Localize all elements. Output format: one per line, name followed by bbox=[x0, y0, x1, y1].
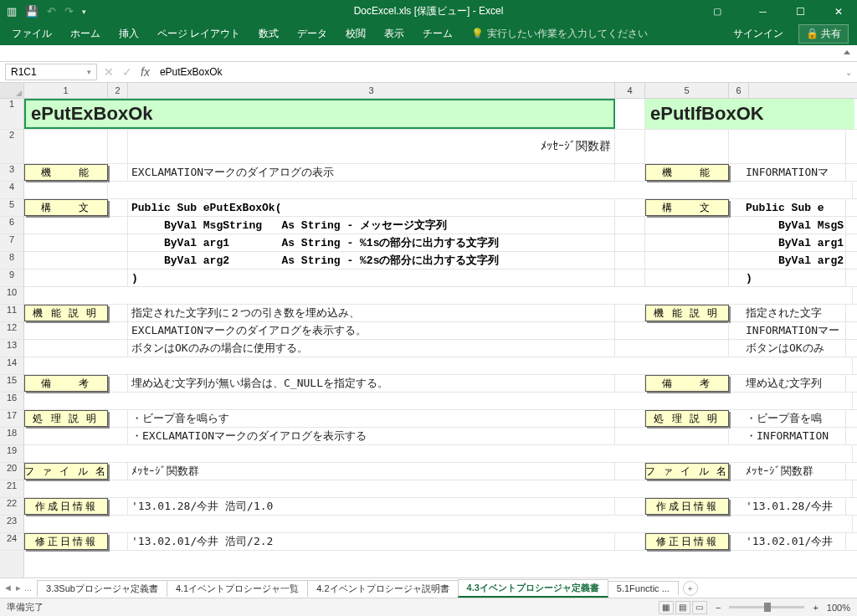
row-header[interactable]: 19 bbox=[0, 445, 23, 463]
row-header[interactable]: 6 bbox=[0, 217, 23, 234]
badge-sakusei[interactable]: 作成日情報 bbox=[645, 498, 729, 515]
col-header[interactable]: 4 bbox=[615, 83, 645, 98]
badge-setsumei[interactable]: 機 能 説 明 bbox=[645, 305, 729, 321]
cell[interactable] bbox=[24, 252, 128, 269]
cell[interactable] bbox=[108, 463, 128, 480]
cell[interactable] bbox=[645, 234, 729, 251]
col-header[interactable]: 1 bbox=[24, 83, 108, 98]
sheet-tab[interactable]: 4.2イベントプロシージャ説明書 bbox=[307, 580, 458, 597]
cell[interactable] bbox=[24, 217, 128, 234]
cell[interactable] bbox=[108, 410, 128, 427]
badge-bikou[interactable]: 備 考 bbox=[645, 375, 729, 392]
badge-shori[interactable]: 処 理 説 明 bbox=[645, 410, 729, 427]
cell[interactable]: ByVal arg2 As String - %2sの部分に出力する文字列 bbox=[128, 252, 615, 269]
cell[interactable] bbox=[24, 287, 853, 304]
cell[interactable] bbox=[24, 130, 108, 163]
row-header[interactable]: 3 bbox=[0, 164, 23, 182]
cell[interactable]: 埋め込む文字列が無い場合は、C_NULLを指定する。 bbox=[128, 375, 615, 392]
cell[interactable]: ByVal arg2 bbox=[729, 252, 846, 269]
cell[interactable]: EXCLAMATIONマークのダイアログを表示する。 bbox=[128, 322, 615, 339]
row-header[interactable]: 4 bbox=[0, 182, 23, 199]
cell[interactable] bbox=[615, 99, 645, 129]
cell[interactable] bbox=[729, 130, 846, 163]
row-header[interactable]: 10 bbox=[0, 287, 23, 305]
badge-shusei[interactable]: 修正日情報 bbox=[24, 533, 108, 550]
col-header[interactable]: 5 bbox=[645, 83, 729, 98]
sheet-tab-active[interactable]: 4.3イベントプロシージャ定義書 bbox=[458, 579, 608, 598]
cell[interactable] bbox=[24, 516, 853, 532]
row-header[interactable]: 7 bbox=[0, 234, 23, 252]
cell[interactable]: 埋め込む文字列 bbox=[729, 375, 846, 392]
cell[interactable]: ) bbox=[128, 270, 615, 286]
badge-file[interactable]: フ ァ イ ル 名 bbox=[645, 463, 729, 480]
tell-me[interactable]: 実行したい作業を入力してください bbox=[487, 28, 648, 39]
cell[interactable]: ByVal MsgString As String - メッセージ文字列 bbox=[128, 217, 615, 234]
row-header[interactable]: 9 bbox=[0, 270, 23, 287]
badge-kinou[interactable]: 機 能 bbox=[645, 164, 729, 181]
cell[interactable] bbox=[24, 270, 128, 286]
row-header[interactable]: 14 bbox=[0, 357, 23, 375]
restore-down-icon[interactable]: ▢ bbox=[698, 0, 736, 23]
cell[interactable]: ・EXCLAMATIONマークのダイアログを表示する bbox=[128, 428, 615, 444]
col-header[interactable]: 6 bbox=[729, 83, 749, 98]
enter-icon[interactable]: ✓ bbox=[122, 65, 132, 79]
badge-sakusei[interactable]: 作成日情報 bbox=[24, 498, 108, 515]
sheet-nav-more[interactable]: ... bbox=[24, 583, 32, 593]
cell[interactable]: '13.01.28/今井 浩司/1.0 bbox=[128, 498, 615, 515]
cell[interactable]: '13.02.01/今井 bbox=[729, 533, 846, 550]
sheet-nav-prev-icon[interactable]: ▸ bbox=[16, 583, 21, 593]
cell[interactable]: '13.01.28/今井 bbox=[729, 498, 846, 515]
cell[interactable] bbox=[24, 357, 853, 374]
cell[interactable]: 指定された文字列に２つの引き数を埋め込み、 bbox=[128, 305, 615, 321]
minimize-button[interactable]: ─ bbox=[744, 0, 782, 23]
formula-input[interactable]: ePutExBoxOk bbox=[157, 66, 839, 78]
cell[interactable]: ﾒｯｾｰｼﾞ関数群 bbox=[128, 463, 615, 480]
tab-home[interactable]: ホーム bbox=[70, 27, 100, 41]
cell[interactable]: ボタンはOKのみ bbox=[729, 340, 846, 357]
redo-icon[interactable]: ↷ bbox=[64, 5, 74, 18]
cell[interactable]: INFORMATIONマ bbox=[729, 164, 846, 181]
cell[interactable] bbox=[615, 375, 645, 392]
cell[interactable] bbox=[615, 322, 729, 339]
row-header[interactable]: 24 bbox=[0, 533, 23, 551]
row-header[interactable]: 22 bbox=[0, 498, 23, 516]
cell[interactable] bbox=[615, 340, 729, 357]
maximize-button[interactable]: ☐ bbox=[782, 0, 819, 23]
cell[interactable]: ByVal arg1 bbox=[729, 234, 846, 251]
cell[interactable] bbox=[615, 533, 645, 550]
select-all-corner[interactable] bbox=[0, 83, 24, 98]
cell[interactable] bbox=[615, 410, 645, 427]
cell[interactable] bbox=[108, 375, 128, 392]
tab-data[interactable]: データ bbox=[297, 27, 327, 41]
name-box[interactable]: R1C1 bbox=[5, 64, 97, 80]
cell[interactable] bbox=[645, 270, 729, 286]
badge-bikou[interactable]: 備 考 bbox=[24, 375, 108, 392]
zoom-in-button[interactable]: + bbox=[813, 603, 818, 613]
cell[interactable] bbox=[615, 463, 645, 480]
cell[interactable] bbox=[24, 234, 128, 251]
zoom-level[interactable]: 100% bbox=[827, 603, 850, 613]
cell[interactable] bbox=[615, 270, 645, 286]
fx-icon[interactable]: fx bbox=[141, 65, 150, 79]
row-header[interactable]: 13 bbox=[0, 340, 23, 357]
ribbon-collapsed[interactable] bbox=[0, 45, 857, 62]
view-layout-icon[interactable]: ▤ bbox=[675, 601, 690, 614]
cell[interactable] bbox=[615, 428, 729, 444]
cell[interactable] bbox=[108, 199, 128, 216]
tab-review[interactable]: 校閲 bbox=[346, 27, 366, 41]
cell-title2[interactable]: ePutIfBoxOK bbox=[645, 99, 854, 129]
add-sheet-button[interactable]: + bbox=[683, 581, 698, 596]
cell[interactable]: ・INFORMATION bbox=[729, 428, 846, 444]
sheet-tab[interactable]: 3.3Subプロシージャ定義書 bbox=[37, 580, 167, 597]
cell[interactable]: ByVal MsgS bbox=[729, 217, 846, 234]
active-cell-title[interactable]: ePutExBoxOk bbox=[24, 99, 615, 129]
tab-team[interactable]: チーム bbox=[423, 27, 453, 41]
cell[interactable] bbox=[645, 130, 729, 163]
row-header[interactable]: 5 bbox=[0, 199, 23, 217]
cell[interactable]: ・ビープ音を鳴 bbox=[729, 410, 846, 427]
badge-kinou[interactable]: 機 能 bbox=[24, 164, 108, 181]
cell[interactable]: EXCLAMATIONマークのダイアログの表示 bbox=[128, 164, 615, 181]
cell-subtitle[interactable]: ﾒｯｾｰｼﾞ関数群 bbox=[128, 130, 615, 163]
cell[interactable] bbox=[108, 164, 128, 181]
cell[interactable]: '13.02.01/今井 浩司/2.2 bbox=[128, 533, 615, 550]
